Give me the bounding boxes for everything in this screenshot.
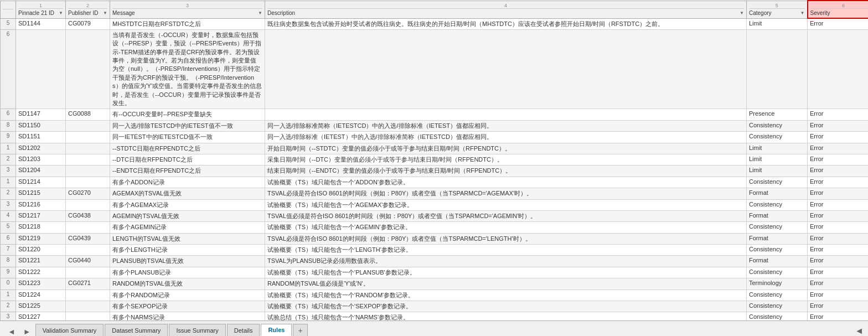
cell-rownum: 5 [1, 18, 16, 29]
cell-message: --ENDTC日期在RFPENDTC之后 [110, 166, 265, 177]
cell-severity: Error [808, 278, 869, 290]
cell-category: Consistency [747, 290, 808, 301]
tab-validation-summary[interactable]: Validation Summary [35, 324, 104, 336]
cell-message: 有多个NARMS记录 [110, 312, 265, 321]
table-row[interactable]: 0SD1223CG0271RANDOM的TSVAL值无效RANDOM的TSVAL… [1, 278, 869, 290]
table-row[interactable]: 4SD1217CG0438AGEMIN的TSVAL值无效TSVAL值必须是符合I… [1, 210, 869, 221]
table-row[interactable]: 6当填有是否发生（-OCCUR）变量时，数据集应包括预设（--PRESP）变量，… [1, 29, 869, 109]
cell-publisher: CG0079 [66, 18, 110, 29]
table-row[interactable]: 8SD1221CG0440PLANSUB的TSVAL值无效TSVAL为PLANS… [1, 256, 869, 267]
cell-category: Terminology [747, 278, 808, 290]
table-row[interactable]: 3SD1204--ENDTC日期在RFPENDTC之后结束日期/时间（--END… [1, 166, 869, 177]
table-row[interactable]: 9SD1222有多个PLANSUB记录试验概要（TS）域只能包含一个'PLANS… [1, 267, 869, 278]
cell-severity: Error [808, 143, 869, 154]
col-header-pinnacle[interactable]: 1 Pinnacle 21 ID ▼ [16, 1, 66, 18]
table-row[interactable]: 6SD1147CG0088有--OCCUR变量时--PRESP变量缺失Prese… [1, 109, 869, 120]
table-row[interactable]: 5SD1218有多个AGEMIN记录试验概要（TS）域只能包含一个'AGEMIN… [1, 222, 869, 233]
table-wrapper[interactable]: 1 Pinnacle 21 ID ▼ 2 Publisher ID ▼ [0, 0, 868, 321]
table-row[interactable]: 1SD1214有多个ADDON记录试验概要（TS）域只能包含一个'ADDON'参… [1, 177, 869, 188]
table-row[interactable]: 1SD1202--STDTC日期在RFPENDTC之后开始日期/时间（--STD… [1, 143, 869, 154]
sort-icon-category[interactable]: ▼ [800, 11, 805, 15]
col-header-category[interactable]: 5 Category ▼ [747, 1, 808, 18]
sort-icon-message[interactable]: ▼ [258, 11, 262, 15]
cell-message: 有多个RANDOM记录 [110, 290, 265, 301]
cell-category: Presence [747, 109, 808, 120]
cell-category [747, 29, 808, 109]
sort-icon-publisher[interactable]: ▼ [103, 11, 107, 15]
table-row[interactable]: 1SD1224有多个RANDOM记录试验概要（TS）域只能包含一个'RANDOM… [1, 290, 869, 301]
cell-severity: Error [808, 154, 869, 165]
cell-pinnacle: SD1222 [16, 267, 66, 278]
table-row[interactable]: 8SD1150同一入选/排除TESTCD中的IETEST值不一致同一入选/排除标… [1, 120, 869, 131]
cell-publisher [66, 154, 110, 165]
cell-category: Consistency [747, 267, 808, 278]
cell-rownum: 3 [1, 199, 16, 210]
sort-icon-pinnacle[interactable]: ▼ [59, 11, 63, 15]
tab-add-button[interactable]: + [293, 324, 307, 336]
cell-description: 试验概要（TS）域只能包含一个'PLANSUB'参数记录。 [265, 267, 747, 278]
cell-pinnacle: SD1224 [16, 290, 66, 301]
cell-severity: Error [808, 177, 869, 188]
table-row[interactable]: 6SD1219CG0439LENGTH的TSVAL值无效TSVAL必须是符合IS… [1, 233, 869, 244]
cell-description: TSVAL必须是符合ISO 8601的时间段（例如：P80Y）或者空值（当TSP… [265, 233, 747, 244]
cell-pinnacle: SD1220 [16, 245, 66, 256]
tab-details[interactable]: Details [227, 324, 260, 336]
cell-category: Consistency [747, 222, 808, 233]
cell-rownum: 1 [1, 177, 16, 188]
table-row[interactable]: 7SD1220有多个LENGTH记录试验概要（TS）域只能包含一个'LENGTH… [1, 245, 869, 256]
cell-publisher: CG0271 [66, 278, 110, 290]
sort-icon-description[interactable]: ▼ [740, 11, 744, 15]
cell-pinnacle [16, 29, 66, 109]
col-header-description[interactable]: 4 Description ▼ [265, 1, 747, 18]
tab-rules[interactable]: Rules [261, 324, 292, 336]
cell-rownum: 9 [1, 267, 16, 278]
tab-issue-summary[interactable]: Issue Summary [169, 324, 225, 336]
cell-pinnacle: SD1204 [16, 166, 66, 177]
cell-rownum: 2 [1, 188, 16, 199]
cell-message: LENGTH的TSVAL值无效 [110, 233, 265, 244]
cell-rownum: 6 [1, 233, 16, 244]
cell-pinnacle: SD1217 [16, 210, 66, 221]
cell-rownum: 2 [1, 301, 16, 312]
table-row[interactable]: 9SD1151同一IETEST中的IETESTCD值不一致同一入选/排除标准（I… [1, 132, 869, 143]
table-row[interactable]: 3SD1216有多个AGEMAX记录试验概要（TS）域只能包含一个'AGEMAX… [1, 199, 869, 210]
tab-bar: ◄ ► Validation Summary Dataset Summary I… [0, 321, 868, 336]
table-row[interactable]: 2SD1215CG0270AGEMAX的TSVAL值无效TSVAL必须是符合IS… [1, 188, 869, 199]
cell-description [265, 109, 747, 120]
scroll-right-indicator[interactable]: ◄ [852, 326, 866, 336]
cell-category: Limit [747, 154, 808, 165]
cell-description: TSVAL必须是符合ISO 8601的时间段（例如：P80Y）或者空值（当TSP… [265, 188, 747, 199]
col-header-severity[interactable]: 6 Severity ▲ [808, 1, 869, 18]
tab-dataset-summary[interactable]: Dataset Summary [105, 324, 168, 336]
table-row[interactable]: 2SD1203--DTC日期在RFPENDTC之后采集日期/时间（--DTC）变… [1, 154, 869, 165]
cell-pinnacle: SD1202 [16, 143, 66, 154]
tab-scroll-left[interactable]: ◄ [4, 327, 19, 336]
table-row[interactable]: 2SD1225有多个SEXPOP记录试验概要（TS）域只能包含一个'SEXPOP… [1, 301, 869, 312]
cell-pinnacle: SD1218 [16, 222, 66, 233]
table-row[interactable]: 5SD1144CG0079MHSTDTC日期在RFSTDTC之后既往病史数据集包… [1, 18, 869, 29]
cell-description: 试验概要（TS）域只能包含一个'AGEMIN'参数记录。 [265, 222, 747, 233]
tab-scroll-right[interactable]: ► [20, 327, 34, 336]
col-header-publisher[interactable]: 2 Publisher ID ▼ [66, 1, 110, 18]
col-header-message[interactable]: 3 Message ▼ [110, 1, 265, 18]
cell-description: 试验概要（TS）域只能包含一个'SEXPOP'参数记录。 [265, 301, 747, 312]
cell-pinnacle: SD1144 [16, 18, 66, 29]
cell-publisher [66, 120, 110, 131]
cell-message: 有多个SEXPOP记录 [110, 301, 265, 312]
cell-category: Consistency [747, 245, 808, 256]
cell-category: Limit [747, 166, 808, 177]
cell-pinnacle: SD1221 [16, 256, 66, 267]
cell-message: 有--OCCUR变量时--PRESP变量缺失 [110, 109, 265, 120]
cell-severity: Error [808, 18, 869, 29]
cell-publisher [66, 29, 110, 109]
cell-message: MHSTDTC日期在RFSTDTC之后 [110, 18, 265, 29]
cell-publisher [66, 312, 110, 321]
cell-rownum: 6 [1, 29, 16, 109]
cell-publisher [66, 199, 110, 210]
cell-pinnacle: SD1203 [16, 154, 66, 165]
cell-severity: Error [808, 312, 869, 321]
cell-description: 同一入选/排除标准简称（IETESTCD）中的入选/排除标准（IETEST）值都… [265, 120, 747, 131]
cell-category: Consistency [747, 132, 808, 143]
table-row[interactable]: 3SD1227有多个NARMS记录试验总结（TS）域只能包含一个'NARMS'参… [1, 312, 869, 321]
cell-rownum: 8 [1, 120, 16, 131]
